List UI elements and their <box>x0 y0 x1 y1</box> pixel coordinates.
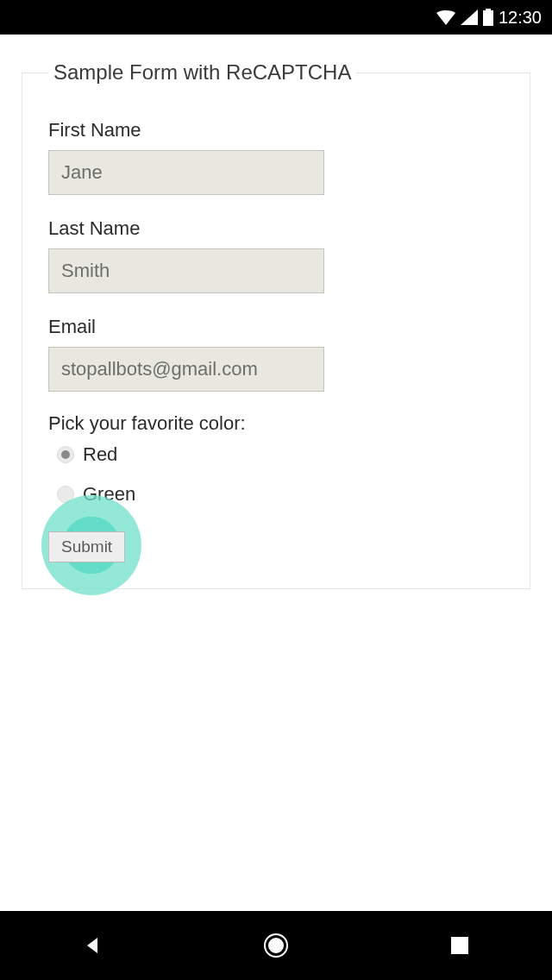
first-name-input[interactable] <box>48 150 324 195</box>
svg-rect-4 <box>451 937 468 954</box>
svg-point-3 <box>268 938 284 953</box>
recent-apps-button[interactable] <box>444 930 475 961</box>
email-group: Email <box>48 316 504 392</box>
radio-option-green[interactable]: Green <box>48 483 504 506</box>
home-button[interactable] <box>260 930 292 961</box>
radio-icon <box>57 446 74 463</box>
radio-label-green: Green <box>83 483 135 506</box>
form-frame: Sample Form with ReCAPTCHA First Name La… <box>22 60 530 589</box>
radio-icon <box>57 486 74 503</box>
email-input[interactable] <box>48 347 324 392</box>
first-name-label: First Name <box>48 119 504 141</box>
last-name-label: Last Name <box>48 217 504 240</box>
submit-button[interactable]: Submit <box>48 531 125 562</box>
status-bar: 12:30 <box>0 0 552 35</box>
status-clock: 12:30 <box>499 8 542 28</box>
email-label: Email <box>48 316 504 338</box>
radio-label-red: Red <box>83 443 117 466</box>
last-name-input[interactable] <box>48 248 324 293</box>
content-area: Sample Form with ReCAPTCHA First Name La… <box>0 35 552 911</box>
form-title: Sample Form with ReCAPTCHA <box>48 60 356 85</box>
cellular-signal-icon <box>461 9 478 25</box>
navigation-bar <box>0 911 552 980</box>
battery-icon <box>483 9 493 26</box>
color-picker-label: Pick your favorite color: <box>48 412 504 435</box>
back-button[interactable] <box>77 930 108 961</box>
svg-rect-1 <box>486 9 491 10</box>
svg-rect-0 <box>483 10 493 26</box>
wifi-icon <box>436 9 455 25</box>
first-name-group: First Name <box>48 119 504 195</box>
submit-wrap: Submit <box>48 531 504 562</box>
radio-option-red[interactable]: Red <box>48 443 504 466</box>
last-name-group: Last Name <box>48 217 504 293</box>
